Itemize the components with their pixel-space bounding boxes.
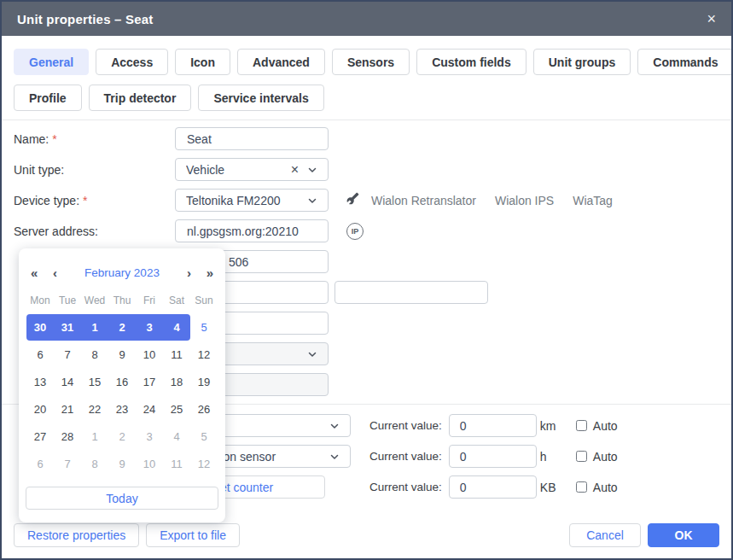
day-cell[interactable]: 23 <box>108 396 136 423</box>
day-cell[interactable]: 26 <box>190 396 218 423</box>
restore-properties-button[interactable]: Restore properties <box>14 523 139 547</box>
server-address-input[interactable] <box>175 219 329 242</box>
day-cell[interactable]: 1 <box>81 423 108 451</box>
weekday-tue: Tue <box>54 295 81 306</box>
day-cell[interactable]: 20 <box>26 396 54 423</box>
phone-2-input[interactable] <box>335 281 488 304</box>
tab-icon[interactable]: Icon <box>175 49 230 75</box>
day-cell[interactable]: 1 <box>81 314 108 341</box>
day-cell[interactable]: 22 <box>81 396 108 423</box>
ok-button[interactable]: OK <box>648 523 719 547</box>
tab-sensors[interactable]: Sensors <box>332 49 410 75</box>
day-cell[interactable]: 30 <box>26 314 54 341</box>
tab-trip-detector[interactable]: Trip detector <box>89 85 192 111</box>
day-cell[interactable]: 19 <box>190 369 218 396</box>
tab-service-intervals[interactable]: Service intervals <box>198 85 323 111</box>
day-cell[interactable]: 7 <box>54 341 81 369</box>
chevron-down-icon <box>307 165 317 175</box>
dialog-titlebar: Unit properties – Seat × <box>2 2 731 36</box>
unit-h: h <box>540 450 573 464</box>
day-cell[interactable]: 7 <box>54 451 81 478</box>
engine-hours-value-input[interactable] <box>449 445 537 468</box>
day-cell[interactable]: 4 <box>163 423 190 451</box>
counters-section: Current value: km Auto Ignition sensor C… <box>187 414 719 506</box>
day-cell[interactable]: 4 <box>163 314 190 341</box>
cancel-button[interactable]: Cancel <box>569 523 641 547</box>
day-cell[interactable]: 3 <box>136 314 163 341</box>
device-links: Wialon Retranslator Wialon IPS WiaTag <box>371 194 613 207</box>
day-cell[interactable]: 31 <box>54 314 81 341</box>
export-to-file-button[interactable]: Export to file <box>146 523 240 547</box>
name-label: Name:* <box>14 132 175 146</box>
mileage-value-input[interactable] <box>449 414 537 437</box>
day-cell[interactable]: 28 <box>54 423 81 451</box>
tab-commands[interactable]: Commands <box>637 49 733 75</box>
wrench-icon[interactable] <box>346 192 359 208</box>
calendar-week-5: 27 28 1 2 3 4 5 <box>26 423 218 451</box>
weekday-sun: Sun <box>190 295 218 306</box>
day-cell[interactable]: 24 <box>136 396 163 423</box>
day-cell[interactable]: 18 <box>163 369 190 396</box>
day-cell[interactable]: 11 <box>163 341 190 369</box>
tab-unit-groups[interactable]: Unit groups <box>533 49 631 75</box>
link-wialon-retranslator[interactable]: Wialon Retranslator <box>371 194 476 207</box>
day-cell[interactable]: 10 <box>136 451 163 478</box>
day-cell[interactable]: 27 <box>26 423 54 451</box>
device-type-label: Device type:* <box>14 194 175 207</box>
prev-month-icon[interactable]: ‹ <box>53 265 75 280</box>
day-cell[interactable]: 6 <box>26 341 54 369</box>
day-cell[interactable]: 3 <box>136 423 163 451</box>
calendar-grid: 30 31 1 2 3 4 5 6 7 8 9 10 11 12 13 14 1… <box>19 306 225 478</box>
day-cell[interactable]: 12 <box>190 451 218 478</box>
engine-hours-auto-checkbox[interactable] <box>576 451 587 462</box>
close-icon[interactable]: × <box>707 11 716 26</box>
date-picker-popup: « ‹ February 2023 › » Mon Tue Wed Thu Fr… <box>19 248 225 522</box>
calendar-week-3: 13 14 15 16 17 18 19 <box>26 369 218 396</box>
current-value-label: Current value: <box>369 419 442 432</box>
mileage-auto-checkbox[interactable] <box>576 420 587 431</box>
name-row: Name:* <box>14 127 719 150</box>
tab-access[interactable]: Access <box>96 49 168 75</box>
day-cell[interactable]: 14 <box>54 369 81 396</box>
day-cell[interactable]: 9 <box>108 451 136 478</box>
tab-advanced[interactable]: Advanced <box>237 49 325 75</box>
day-cell[interactable]: 16 <box>108 369 136 396</box>
day-cell[interactable]: 25 <box>163 396 190 423</box>
day-cell[interactable]: 21 <box>54 396 81 423</box>
unit-type-select[interactable]: Vehicle × <box>175 158 329 181</box>
day-cell[interactable]: 15 <box>81 369 108 396</box>
prev-year-icon[interactable]: « <box>31 265 53 280</box>
tab-custom-fields[interactable]: Custom fields <box>416 49 526 75</box>
day-cell[interactable]: 6 <box>26 451 54 478</box>
next-year-icon[interactable]: » <box>191 265 213 280</box>
next-month-icon[interactable]: › <box>169 265 191 280</box>
day-cell[interactable]: 5 <box>190 423 218 451</box>
day-cell[interactable]: 8 <box>81 451 108 478</box>
name-input[interactable] <box>175 127 329 150</box>
today-button[interactable]: Today <box>26 487 218 510</box>
traffic-value-input[interactable] <box>449 475 537 499</box>
weekday-sat: Sat <box>163 295 190 306</box>
day-cell[interactable]: 2 <box>108 314 136 341</box>
day-cell[interactable]: 12 <box>190 341 218 369</box>
tab-bar: General Access Icon Advanced Sensors Cus… <box>14 49 719 120</box>
clear-icon[interactable]: × <box>291 163 299 177</box>
weekday-fri: Fri <box>136 295 163 306</box>
day-cell[interactable]: 9 <box>108 341 136 369</box>
device-type-select[interactable]: Teltonika FM2200 <box>175 189 329 212</box>
day-cell[interactable]: 13 <box>26 369 54 396</box>
link-wialon-ips[interactable]: Wialon IPS <box>495 194 554 207</box>
traffic-auto-checkbox[interactable] <box>576 481 587 493</box>
calendar-month-title[interactable]: February 2023 <box>75 266 169 279</box>
tab-profile[interactable]: Profile <box>14 85 82 111</box>
day-cell[interactable]: 10 <box>136 341 163 369</box>
day-cell[interactable]: 5 <box>190 314 218 341</box>
ip-icon[interactable]: IP <box>346 223 364 240</box>
day-cell[interactable]: 11 <box>163 451 190 478</box>
tab-general[interactable]: General <box>14 49 89 75</box>
day-cell[interactable]: 2 <box>108 423 136 451</box>
link-wiatag[interactable]: WiaTag <box>573 194 613 207</box>
unit-type-value: Vehicle <box>186 163 291 177</box>
day-cell[interactable]: 8 <box>81 341 108 369</box>
day-cell[interactable]: 17 <box>136 369 163 396</box>
